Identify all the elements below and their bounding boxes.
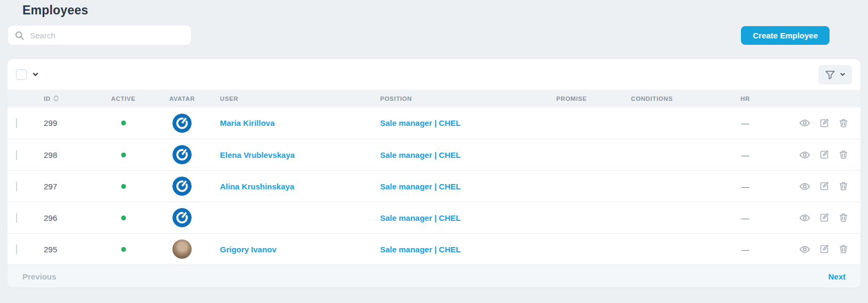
position-link[interactable]: Sale manager | CHEL — [372, 150, 548, 160]
eye-icon[interactable] — [799, 181, 810, 192]
search-icon — [14, 30, 30, 41]
trash-icon[interactable] — [838, 181, 849, 192]
column-header-position: POSITION — [372, 95, 548, 102]
column-header-user: USER — [211, 95, 372, 102]
column-header-promise: PROMISE — [548, 95, 622, 102]
table-row: 297 Alina Krushinskaya Sale manager | CH… — [7, 170, 861, 202]
filter-button[interactable] — [818, 65, 852, 84]
edit-icon[interactable] — [819, 212, 830, 223]
chevron-down-icon[interactable] — [32, 71, 39, 78]
user-name-link[interactable]: Grigory Ivanov — [211, 245, 372, 254]
table-row: 296 Sale manager | CHEL — — [7, 202, 861, 233]
edit-icon[interactable] — [819, 244, 830, 254]
column-header-conditions: CONDITIONS — [622, 95, 708, 102]
column-header-label: ID — [44, 95, 51, 102]
employee-id: 297 — [35, 182, 94, 191]
search-box[interactable] — [7, 25, 192, 45]
previous-page-link[interactable]: Previous — [22, 272, 56, 281]
employees-table-card: ID ACTIVE AVATAR USER POSITION PROMISE C… — [7, 59, 861, 288]
eye-icon[interactable] — [799, 149, 810, 161]
edit-icon[interactable] — [819, 181, 830, 192]
hr-cell: — — [708, 213, 783, 222]
active-indicator — [121, 121, 126, 125]
table-row: 299 Maria Kirillova Sale manager | CHEL … — [7, 107, 861, 139]
funnel-icon — [825, 69, 835, 80]
row-checkbox[interactable] — [16, 244, 17, 254]
avatar — [172, 145, 192, 164]
employee-id: 295 — [35, 245, 94, 254]
table-header-row: ID ACTIVE AVATAR USER POSITION PROMISE C… — [7, 90, 861, 107]
column-header-avatar: AVATAR — [153, 95, 211, 102]
select-all-checkbox[interactable] — [16, 69, 27, 80]
hr-cell: — — [708, 182, 783, 191]
row-checkbox[interactable] — [16, 150, 17, 160]
column-header-id[interactable]: ID — [35, 95, 94, 102]
eye-icon[interactable] — [799, 244, 810, 255]
row-checkbox[interactable] — [16, 118, 17, 128]
chevron-down-icon — [840, 71, 846, 77]
user-name-link[interactable]: Elena Vrublevskaya — [211, 150, 372, 160]
search-input[interactable] — [30, 31, 185, 40]
sort-arrows-icon[interactable] — [53, 95, 59, 102]
pagination-bar: Previous Next — [7, 265, 861, 288]
hr-cell: — — [708, 118, 783, 127]
avatar — [172, 177, 192, 196]
create-employee-button[interactable]: Create Employee — [741, 26, 830, 45]
column-header-active: ACTIVE — [94, 95, 153, 102]
avatar — [172, 240, 192, 259]
active-indicator — [121, 216, 126, 220]
table-row: 298 Elena Vrublevskaya Sale manager | CH… — [7, 139, 861, 170]
hr-cell: — — [708, 245, 783, 254]
active-indicator — [121, 184, 126, 189]
position-link[interactable]: Sale manager | CHEL — [372, 182, 548, 191]
eye-icon[interactable] — [799, 117, 810, 129]
eye-icon[interactable] — [799, 212, 810, 224]
top-action-row: Create Employee — [7, 25, 861, 45]
trash-icon[interactable] — [838, 212, 849, 223]
trash-icon[interactable] — [838, 118, 849, 129]
position-link[interactable]: Sale manager | CHEL — [372, 245, 548, 254]
position-link[interactable]: Sale manager | CHEL — [372, 118, 548, 127]
trash-icon[interactable] — [838, 149, 849, 160]
edit-icon[interactable] — [819, 118, 830, 129]
trash-icon[interactable] — [838, 244, 849, 254]
column-header-hr: HR — [708, 95, 783, 102]
row-checkbox[interactable] — [16, 213, 17, 223]
table-body: 299 Maria Kirillova Sale manager | CHEL … — [7, 107, 861, 265]
avatar — [172, 208, 192, 227]
avatar — [172, 114, 192, 133]
user-name-link[interactable]: Alina Krushinskaya — [211, 182, 372, 191]
user-name-link[interactable]: Maria Kirillova — [211, 118, 372, 127]
row-checkbox[interactable] — [16, 181, 17, 192]
position-link[interactable]: Sale manager | CHEL — [372, 213, 548, 222]
employee-id: 296 — [35, 213, 94, 222]
active-indicator — [121, 153, 126, 157]
page-title: Employees — [22, 3, 861, 18]
next-page-link[interactable]: Next — [828, 272, 846, 281]
active-indicator — [121, 247, 126, 252]
table-toolbar — [7, 59, 861, 90]
hr-cell: — — [708, 150, 783, 160]
employee-id: 298 — [35, 150, 94, 160]
edit-icon[interactable] — [819, 149, 830, 160]
employee-id: 299 — [35, 118, 94, 127]
table-row: 295 Grigory Ivanov Sale manager | CHEL — — [7, 233, 861, 265]
